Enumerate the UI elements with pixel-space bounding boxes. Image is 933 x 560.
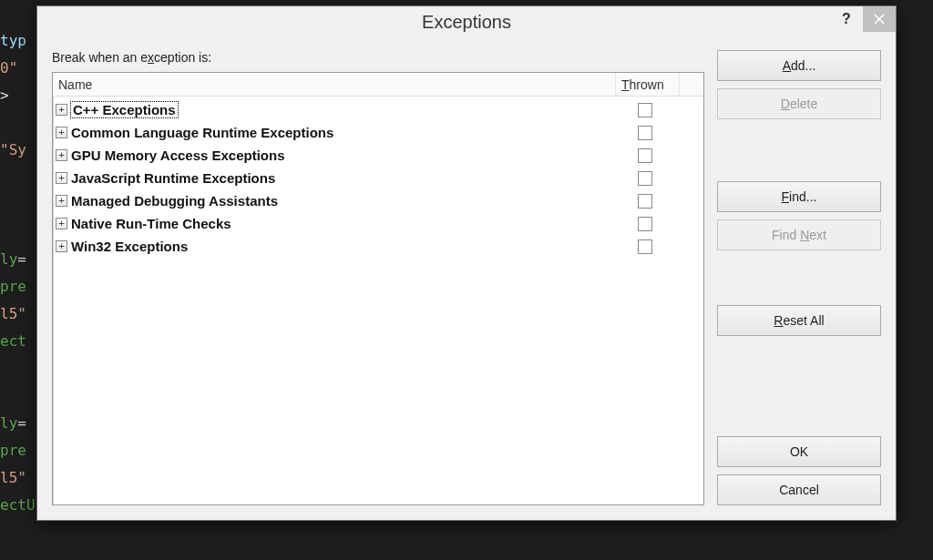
- table-row[interactable]: +Win32 Exceptions: [53, 235, 703, 258]
- expand-icon[interactable]: +: [56, 240, 67, 252]
- thrown-checkbox[interactable]: [638, 239, 652, 254]
- thrown-checkbox[interactable]: [638, 103, 652, 117]
- prompt-label: Break when an exception is:: [52, 50, 704, 65]
- thrown-checkbox[interactable]: [638, 194, 652, 209]
- exception-name: GPU Memory Access Exceptions: [71, 148, 613, 163]
- window-controls: ?: [830, 6, 896, 32]
- find-next-button: Find Next: [717, 219, 881, 250]
- exceptions-dialog: Exceptions ? Break when an exception is:…: [36, 5, 897, 521]
- thrown-checkbox[interactable]: [638, 171, 652, 186]
- dialog-title: Exceptions: [37, 12, 896, 33]
- exception-name: Common Language Runtime Exceptions: [71, 125, 613, 140]
- expand-icon[interactable]: +: [56, 172, 67, 184]
- close-icon: [874, 14, 885, 25]
- help-button[interactable]: ?: [830, 6, 863, 32]
- expand-icon[interactable]: +: [56, 104, 67, 116]
- thrown-checkbox[interactable]: [638, 148, 652, 163]
- table-row[interactable]: +Common Language Runtime Exceptions: [53, 121, 703, 144]
- table-row[interactable]: +Native Run-Time Checks: [53, 212, 703, 235]
- expand-icon[interactable]: +: [56, 218, 67, 229]
- thrown-checkbox[interactable]: [638, 126, 652, 140]
- ok-button[interactable]: OK: [717, 436, 881, 467]
- cancel-button[interactable]: Cancel: [717, 474, 881, 505]
- titlebar: Exceptions ?: [37, 6, 896, 37]
- buttons-panel: Add... Delete Find... Find Next Reset Al…: [717, 50, 881, 505]
- expand-icon[interactable]: +: [56, 149, 67, 161]
- exceptions-list[interactable]: Name Thrown +C++ Exceptions+Common Langu…: [52, 72, 704, 505]
- column-thrown-header[interactable]: Thrown: [616, 73, 680, 96]
- table-row[interactable]: +JavaScript Runtime Exceptions: [53, 167, 703, 189]
- expand-icon[interactable]: +: [56, 195, 67, 207]
- close-button[interactable]: [863, 6, 896, 32]
- exception-name: JavaScript Runtime Exceptions: [71, 170, 613, 186]
- expand-icon[interactable]: +: [56, 127, 67, 138]
- find-button[interactable]: Find...: [717, 181, 881, 212]
- reset-all-button[interactable]: Reset All: [717, 305, 881, 336]
- exception-name: Win32 Exceptions: [71, 239, 613, 254]
- exception-name: Managed Debugging Assistants: [71, 193, 613, 209]
- column-headers: Name Thrown: [53, 73, 703, 97]
- delete-button: Delete: [717, 88, 881, 119]
- exception-name: Native Run-Time Checks: [71, 216, 613, 231]
- column-name-header[interactable]: Name: [53, 73, 616, 96]
- add-button[interactable]: Add...: [717, 50, 881, 81]
- exception-name: C++ Exceptions: [71, 102, 613, 117]
- table-row[interactable]: +GPU Memory Access Exceptions: [53, 144, 703, 167]
- thrown-checkbox[interactable]: [638, 217, 652, 231]
- table-row[interactable]: +C++ Exceptions: [53, 98, 703, 121]
- table-row[interactable]: +Managed Debugging Assistants: [53, 189, 703, 212]
